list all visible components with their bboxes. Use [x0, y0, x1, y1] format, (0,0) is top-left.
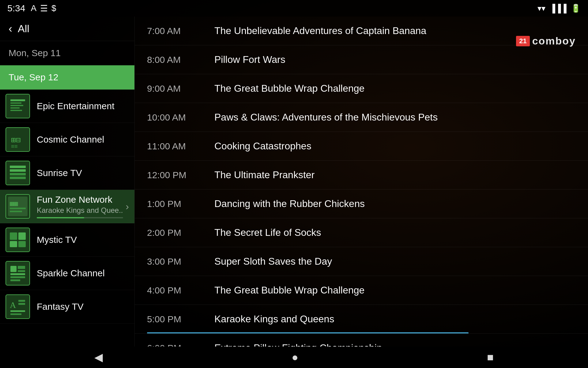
funzone-progress-bar	[37, 217, 123, 218]
date-selector: Mon, Sep 11 Tue, Sep 12	[0, 41, 134, 90]
program-item-3[interactable]: 10:00 AM Paws & Claws: Adventures of the…	[135, 103, 588, 132]
channel-logo-fantasy: A	[6, 294, 30, 319]
channel-name-funzone: Fun Zone Network	[37, 194, 123, 205]
channel-logo-sparkle	[6, 261, 30, 286]
program-time-2: 9:00 AM	[147, 83, 214, 94]
nav-home-button[interactable]: ●	[282, 348, 307, 367]
program-time-11: 6:00 PM	[147, 343, 214, 347]
svg-rect-27	[10, 273, 25, 275]
channel-item-funzone[interactable]: ▦▦ Fun Zone Network Karaoke Kings and Qu…	[0, 190, 134, 223]
svg-rect-24	[10, 266, 17, 272]
channel-info-fantasy: Fantasy TV	[37, 301, 129, 312]
program-progress-10	[147, 332, 576, 333]
battery-icon: 🔋	[571, 4, 581, 13]
channel-arrow-funzone: ›	[126, 201, 129, 212]
svg-rect-11	[10, 169, 26, 172]
channel-logo-mystic	[6, 228, 30, 252]
sidebar-header: ‹ All	[0, 17, 134, 41]
status-icons-right: ▾▾ ▐▐▐ 🔋	[537, 4, 581, 13]
nav-back-button[interactable]: ◀	[85, 348, 112, 367]
svg-rect-22	[18, 241, 26, 247]
channel-info-mystic: Mystic TV	[37, 235, 129, 245]
program-item-10[interactable]: 5:00 PM Karaoke Kings and Queens	[135, 305, 588, 334]
program-title-2: The Great Bubble Wrap Challenge	[214, 83, 364, 94]
nav-recent-button[interactable]: ■	[478, 348, 503, 367]
channel-logo-cosmic: ⊞⊟ ≡≡	[6, 127, 30, 152]
program-item-4[interactable]: 11:00 AM Cooking Catastrophes	[135, 132, 588, 161]
svg-rect-33	[18, 303, 25, 305]
program-item-6[interactable]: 1:00 PM Dancing with the Rubber Chickens	[135, 190, 588, 218]
program-time-9: 4:00 PM	[147, 285, 214, 296]
program-title-5: The Ultimate Prankster	[214, 169, 315, 181]
svg-rect-3	[10, 105, 23, 106]
bottom-nav: ◀ ● ■	[0, 347, 588, 368]
program-item-5[interactable]: 12:00 PM The Ultimate Prankster	[135, 161, 588, 190]
program-item-7[interactable]: 2:00 PM The Secret Life of Socks	[135, 218, 588, 247]
status-icons-left: A ☰ $	[31, 3, 56, 13]
program-title-10: Karaoke Kings and Queens	[214, 313, 334, 325]
program-title-8: Super Sloth Saves the Day	[214, 256, 332, 267]
sidebar: ‹ All Mon, Sep 11 Tue, Sep 12	[0, 17, 135, 347]
program-item-11[interactable]: 6:00 PM Extreme Pillow Fighting Champion…	[135, 334, 588, 347]
channel-info-sparkle: Sparkle Channel	[37, 268, 129, 278]
svg-rect-16	[10, 208, 26, 209]
watermark: 21 comboy	[516, 35, 576, 47]
program-time-10: 5:00 PM	[147, 314, 214, 324]
svg-rect-34	[10, 310, 25, 312]
program-title-3: Paws & Claws: Adventures of the Mischiev…	[214, 112, 438, 123]
channel-info-cosmic: Cosmic Channel	[37, 134, 129, 145]
program-title-1: Pillow Fort Wars	[214, 54, 285, 65]
program-item-2[interactable]: 9:00 AM The Great Bubble Wrap Challenge	[135, 74, 588, 103]
svg-text:▦▦: ▦▦	[10, 200, 18, 207]
program-list: 7:00 AM The Unbelievable Adventures of C…	[135, 17, 588, 347]
program-time-3: 10:00 AM	[147, 112, 214, 123]
program-time-1: 8:00 AM	[147, 55, 214, 65]
main-container: ‹ All Mon, Sep 11 Tue, Sep 12	[0, 17, 588, 347]
channel-name-cosmic: Cosmic Channel	[37, 134, 129, 145]
program-item-9[interactable]: 4:00 PM The Great Bubble Wrap Challenge	[135, 276, 588, 305]
program-panel: 21 comboy 7:00 AM The Unbelievable Adven…	[135, 17, 588, 347]
program-time-6: 1:00 PM	[147, 199, 214, 209]
svg-text:A: A	[10, 300, 16, 310]
program-time-8: 3:00 PM	[147, 256, 214, 267]
channel-item-sparkle[interactable]: Sparkle Channel	[0, 257, 134, 290]
channel-item-epic[interactable]: Epic Entertainment	[0, 90, 134, 123]
program-title-0: The Unbelievable Adventures of Captain B…	[214, 25, 426, 36]
program-item-8[interactable]: 3:00 PM Super Sloth Saves the Day	[135, 247, 588, 276]
back-button[interactable]: ‹	[9, 22, 12, 35]
channel-item-mystic[interactable]: Mystic TV	[0, 223, 134, 257]
channel-name-mystic: Mystic TV	[37, 235, 129, 245]
svg-rect-29	[10, 279, 20, 281]
channel-info-epic: Epic Entertainment	[37, 101, 129, 111]
date-tue[interactable]: Tue, Sep 12	[0, 65, 134, 90]
channel-name-fantasy: Fantasy TV	[37, 301, 129, 312]
program-title-4: Cooking Catastrophes	[214, 140, 311, 152]
status-bar: 5:34 A ☰ $ ▾▾ ▐▐▐ 🔋	[0, 0, 588, 17]
svg-rect-20	[18, 232, 26, 240]
svg-rect-32	[18, 300, 25, 302]
channel-list: Epic Entertainment ⊞⊟ ≡≡ Cosmic Channel	[0, 90, 134, 347]
svg-rect-4	[10, 107, 20, 109]
program-title-6: Dancing with the Rubber Chickens	[214, 198, 365, 209]
channel-name-epic: Epic Entertainment	[37, 101, 129, 111]
channel-logo-sunrise	[6, 161, 30, 185]
status-time: 5:34	[7, 3, 25, 13]
wifi-icon: ▾▾	[537, 4, 545, 13]
program-item-1[interactable]: 8:00 AM Pillow Fort Wars	[135, 45, 588, 74]
channel-logo-funzone: ▦▦	[6, 194, 30, 219]
funzone-progress-fill	[37, 217, 84, 218]
program-time-0: 7:00 AM	[147, 26, 214, 36]
channel-item-sunrise[interactable]: Sunrise TV	[0, 156, 134, 190]
date-mon[interactable]: Mon, Sep 11	[0, 41, 134, 65]
channel-item-fantasy[interactable]: A Fantasy TV	[0, 290, 134, 324]
channel-logo-epic	[6, 94, 30, 118]
svg-rect-21	[10, 241, 17, 247]
channel-item-cosmic[interactable]: ⊞⊟ ≡≡ Cosmic Channel	[0, 123, 134, 156]
dollar-icon: $	[51, 3, 56, 13]
channel-info-funzone: Fun Zone Network Karaoke Kings and Quee.…	[37, 194, 123, 218]
channel-name-sparkle: Sparkle Channel	[37, 268, 129, 278]
program-title-7: The Secret Life of Socks	[214, 227, 321, 238]
svg-rect-5	[10, 110, 22, 111]
svg-rect-19	[10, 232, 17, 240]
menu-icon: ☰	[40, 3, 48, 13]
